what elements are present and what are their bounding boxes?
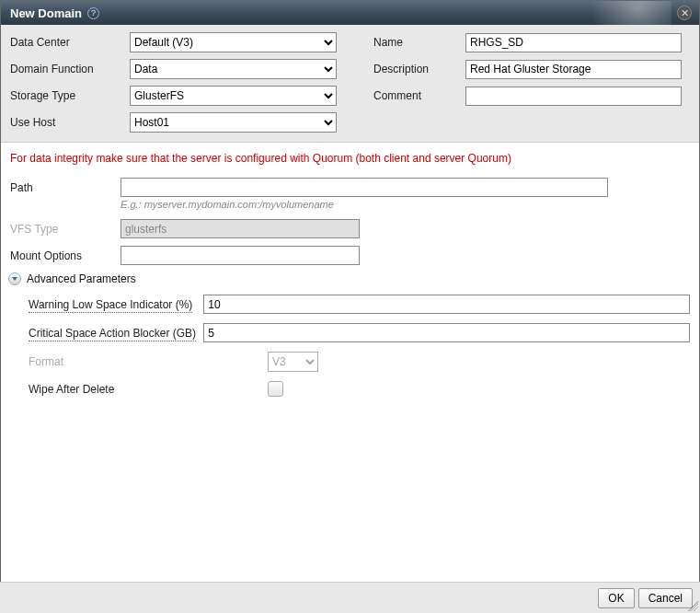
input-description[interactable] [465, 60, 682, 79]
label-data-center: Data Center [10, 36, 130, 49]
path-hint: E.g.: myserver.mydomain.com:/myvolumenam… [120, 199, 690, 210]
advanced-toggle[interactable]: Advanced Parameters [8, 272, 690, 285]
input-crit-space[interactable] [203, 323, 690, 342]
label-name: Name [373, 36, 465, 49]
label-wipe-after-delete: Wipe After Delete [29, 383, 268, 396]
advanced-body: Warning Low Space Indicator (%) Critical… [10, 295, 690, 397]
label-vfs-type: VFS Type [10, 223, 120, 236]
input-comment[interactable] [465, 87, 682, 106]
chevron-down-icon [8, 272, 21, 285]
dialog-title: New Domain [10, 6, 82, 20]
ok-button[interactable]: OK [598, 588, 634, 608]
advanced-title: Advanced Parameters [27, 272, 136, 285]
input-mount-options[interactable] [120, 246, 360, 265]
select-use-host[interactable]: Host01 [130, 112, 337, 133]
dialog-footer: OK Cancel [0, 582, 700, 613]
titlebar: New Domain ? ✕ [1, 1, 699, 25]
cancel-button[interactable]: Cancel [638, 588, 693, 608]
select-format: V3 [268, 352, 318, 372]
input-vfs-type [120, 219, 360, 238]
help-icon[interactable]: ? [87, 7, 99, 19]
label-mount-options: Mount Options [10, 249, 120, 262]
top-form: Data Center Default (V3) Name Domain Fun… [1, 25, 699, 143]
select-data-center[interactable]: Default (V3) [130, 32, 337, 52]
label-use-host: Use Host [10, 116, 130, 129]
input-warn-low-space[interactable] [203, 295, 690, 314]
label-domain-function: Domain Function [10, 63, 130, 75]
input-name[interactable] [465, 33, 682, 52]
select-domain-function[interactable]: Data [130, 59, 337, 79]
body-area: For data integrity make sure that the se… [1, 143, 699, 413]
select-storage-type[interactable]: GlusterFS [130, 86, 337, 106]
titlebar-decoration [561, 1, 671, 25]
close-icon[interactable]: ✕ [677, 6, 692, 20]
label-format: Format [29, 355, 268, 368]
label-path: Path [10, 181, 120, 194]
label-comment: Comment [373, 89, 465, 102]
input-path[interactable] [120, 178, 608, 197]
label-description: Description [373, 63, 465, 75]
label-warn-low-space: Warning Low Space Indicator (%) [29, 298, 203, 311]
checkbox-wipe-after-delete[interactable] [268, 381, 283, 397]
label-storage-type: Storage Type [10, 89, 130, 102]
quorum-warning: For data integrity make sure that the se… [10, 152, 690, 165]
label-crit-space: Critical Space Action Blocker (GB) [29, 327, 203, 340]
